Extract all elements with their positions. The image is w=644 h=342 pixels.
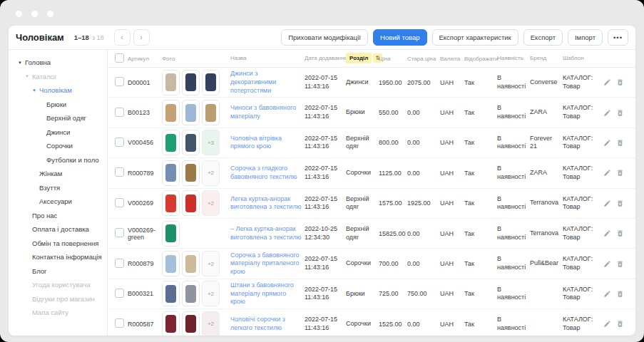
product-photo[interactable] (202, 70, 220, 95)
header-price[interactable]: Цiна (379, 56, 404, 62)
more-photos-badge[interactable]: +2 (202, 251, 220, 276)
more-photos-badge[interactable]: +2 (202, 281, 220, 306)
product-photo[interactable] (182, 160, 200, 186)
product-photo[interactable] (202, 100, 220, 125)
delete-icon[interactable] (616, 290, 624, 298)
export-characteristics-button[interactable]: Експорт характеристик (432, 29, 518, 46)
product-name-link[interactable]: Чоловіча вітрівка прямого крою (230, 135, 302, 151)
sidebar-item[interactable]: ▾ Відгуки про магазин (9, 292, 107, 306)
delete-icon[interactable] (616, 169, 624, 177)
header-date-added[interactable]: Дата додавання (305, 55, 343, 62)
sidebar-item[interactable]: ▾ Угода користувача (9, 278, 107, 292)
edit-icon[interactable] (603, 139, 611, 147)
header-sku[interactable]: Артикул (128, 56, 159, 62)
header-template[interactable]: Шаблон (563, 55, 597, 62)
window-close-dot[interactable] (16, 11, 22, 17)
sidebar-item[interactable]: ▾ Джинси (9, 125, 107, 140)
export-button[interactable]: Експорт (523, 29, 563, 46)
more-actions-button[interactable]: ••• (608, 29, 628, 46)
product-photo[interactable] (182, 251, 200, 276)
delete-icon[interactable] (616, 320, 624, 328)
header-photo[interactable]: Фото (162, 56, 228, 62)
row-checkbox[interactable] (115, 167, 124, 177)
sidebar-item[interactable]: ▾ Верхній одяг (9, 111, 107, 125)
new-product-button[interactable]: Новий товар (373, 29, 426, 46)
row-checkbox[interactable] (115, 77, 124, 86)
row-checkbox[interactable] (115, 289, 124, 298)
sidebar-item[interactable]: ▾ Обмін та повернення (9, 237, 107, 251)
edit-icon[interactable] (603, 200, 611, 207)
select-all-checkbox[interactable] (115, 53, 124, 63)
product-name-link[interactable]: Чоловічі сорочки з легкого текстилю (230, 316, 302, 332)
product-photo[interactable] (162, 190, 180, 216)
sidebar-item[interactable]: ▾ Сорочки (9, 139, 107, 153)
row-checkbox[interactable] (115, 108, 124, 117)
product-photo[interactable] (182, 70, 200, 95)
edit-icon[interactable] (603, 229, 611, 237)
delete-icon[interactable] (616, 109, 624, 117)
delete-icon[interactable] (616, 200, 624, 207)
window-zoom-dot[interactable] (47, 11, 53, 17)
product-photo[interactable] (162, 70, 180, 95)
product-photo[interactable] (182, 281, 200, 306)
edit-icon[interactable] (603, 320, 611, 328)
hide-modifications-button[interactable]: Приховати модифікації (281, 29, 368, 46)
prev-page-button[interactable]: ‹ (114, 29, 131, 46)
product-name-link[interactable]: Штани з бавовняного матеріалу прямого кр… (230, 281, 302, 306)
more-photos-badge[interactable]: +2 (202, 190, 220, 216)
sidebar-item[interactable]: ▾ Оплата і доставка (9, 222, 107, 237)
delete-icon[interactable] (616, 260, 624, 268)
row-checkbox[interactable] (115, 138, 124, 147)
sidebar-item[interactable]: ▾ Брюки (9, 98, 107, 112)
row-checkbox[interactable] (115, 228, 124, 237)
row-checkbox[interactable] (115, 198, 124, 207)
product-photo[interactable] (182, 311, 200, 336)
next-page-button[interactable]: › (133, 29, 150, 46)
header-name[interactable]: Назва (230, 55, 302, 62)
product-name-link[interactable]: Сорочка з гладкого бавовняного текстилю (230, 165, 302, 181)
edit-icon[interactable] (603, 290, 611, 298)
sidebar-item[interactable]: ▾ Жінкам (9, 167, 107, 181)
sidebar-item[interactable]: ▾ Взуття (9, 181, 107, 195)
edit-icon[interactable] (603, 109, 611, 117)
product-photo[interactable] (162, 311, 180, 336)
edit-icon[interactable] (603, 260, 611, 268)
more-photos-badge[interactable]: +2 (202, 311, 220, 336)
delete-icon[interactable] (616, 78, 624, 86)
product-photo[interactable] (162, 100, 180, 125)
row-checkbox[interactable] (115, 259, 124, 268)
header-brand[interactable]: Бренд (530, 55, 560, 62)
sidebar-item[interactable]: ▾ Контактна інформація (9, 250, 107, 264)
edit-icon[interactable] (603, 78, 611, 86)
product-name-link[interactable]: Легка куртка-анорак виготовлена з тексти… (230, 195, 302, 212)
product-photo[interactable] (162, 160, 180, 186)
row-checkbox[interactable] (115, 318, 124, 328)
more-photos-badge[interactable]: +3 (202, 130, 220, 155)
sidebar-item[interactable]: ▾ Про нас (9, 209, 107, 223)
edit-icon[interactable] (603, 169, 611, 177)
delete-icon[interactable] (616, 229, 624, 237)
product-photo[interactable] (162, 221, 180, 247)
header-display[interactable]: Вiдображати (464, 56, 494, 62)
sidebar-item[interactable]: ▾ Футболки и поло (9, 153, 107, 167)
product-photo[interactable] (182, 130, 200, 155)
product-photo[interactable] (162, 130, 180, 155)
sidebar-item[interactable]: ▾ Головна (9, 56, 107, 70)
product-name-link[interactable]: Чиноси з бавовняного матеріалу (230, 104, 302, 120)
sidebar-item[interactable]: ▾ Мапа сайту (9, 306, 107, 320)
header-currency[interactable]: Валюта (440, 56, 461, 62)
product-photo[interactable] (182, 190, 200, 216)
sidebar-item[interactable]: ▾ Аксесуари (9, 195, 107, 209)
delete-icon[interactable] (616, 139, 624, 147)
sidebar-item[interactable]: ▾ Чоловікам (9, 83, 107, 98)
window-minimize-dot[interactable] (31, 11, 38, 17)
product-photo[interactable] (162, 281, 180, 306)
sidebar-item[interactable]: ▾ Блог (9, 264, 107, 279)
header-section[interactable]: Роздiл⇅ (346, 55, 376, 62)
product-name-link[interactable]: Джинси з декоративними потертостями (230, 70, 302, 95)
sidebar-item[interactable]: ▾ Каталог (9, 70, 107, 84)
product-name-link[interactable]: – Легка куртка-анорак виготовлена з текс… (230, 225, 302, 242)
more-photos-badge[interactable]: +2 (202, 160, 220, 186)
header-availability[interactable]: Наявнiсть (497, 55, 527, 62)
import-button[interactable]: Імпорт (568, 29, 603, 46)
